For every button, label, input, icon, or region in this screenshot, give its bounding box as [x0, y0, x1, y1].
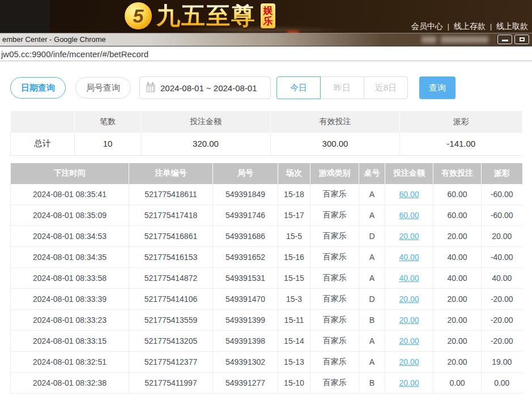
- cell-session: 15-10: [278, 373, 310, 394]
- browser-title-bar: ember Center - Google Chrome: [0, 33, 532, 46]
- cell-bet_time: 2024-08-01 08:34:53: [11, 226, 129, 247]
- table-row: 2024-08-01 08:35:41521775418611549391849…: [11, 184, 522, 205]
- nav-online-withdraw[interactable]: 线上取款: [496, 22, 528, 32]
- cell-valid_bet: 20.00: [433, 226, 482, 247]
- page-content: 日期查询 局号查询 2024-08-01 ~ 2024-08-01 今日 昨日 …: [0, 61, 532, 394]
- cell-bet_amount: 20.00: [385, 373, 433, 394]
- cell-payout: -20.00: [482, 289, 522, 310]
- minimize-button[interactable]: [497, 35, 512, 44]
- round-query-tab[interactable]: 局号查询: [75, 77, 131, 99]
- cell-payout: 20.00: [482, 226, 522, 247]
- cell-bet_amount: 20.00: [385, 352, 433, 373]
- cell-valid_bet: 0.00: [433, 373, 482, 394]
- bet-amount-link[interactable]: 20.00: [399, 378, 419, 387]
- cell-bet_id: 521775412377: [129, 352, 213, 373]
- quick-yesterday-button[interactable]: 昨日: [320, 76, 364, 99]
- cell-bet_time: 2024-08-01 08:35:41: [11, 184, 129, 205]
- summary-count-value: 10: [75, 133, 141, 155]
- quick-today-button[interactable]: 今日: [276, 76, 321, 99]
- cell-bet_id: 521775418611: [129, 184, 213, 205]
- cell-bet_id: 521775414106: [129, 289, 213, 310]
- cell-table_id: A: [359, 184, 385, 205]
- summary-header-blank: [11, 111, 75, 133]
- table-row: 2024-08-01 08:33:58521775414872549391531…: [11, 268, 522, 289]
- url-text: jw05.cc:9900/infe/mcenter/#/betRecord: [0, 49, 148, 59]
- cell-game_type: 百家乐: [310, 331, 359, 352]
- cell-payout: 40.00: [482, 268, 522, 289]
- logo-title: 九五至尊: [156, 4, 256, 28]
- cell-session: 15-14: [278, 331, 310, 352]
- bet-amount-link[interactable]: 20.00: [399, 232, 419, 241]
- cell-game_type: 百家乐: [310, 205, 359, 226]
- cell-table_id: A: [359, 331, 385, 352]
- cell-bet_amount: 20.00: [385, 289, 433, 310]
- records-table: 下注时间 注单编号 局号 场次 游戏类别 桌号 投注金额 有效投注 派彩 202…: [10, 163, 522, 394]
- cell-bet_amount: 20.00: [385, 331, 433, 352]
- cell-table_id: B: [359, 373, 385, 394]
- cell-bet_time: 2024-08-01 08:33:23: [11, 310, 129, 331]
- cell-bet_id: 521775417418: [129, 205, 213, 226]
- col-session: 场次: [278, 163, 310, 184]
- date-range-picker[interactable]: 2024-08-01 ~ 2024-08-01: [139, 76, 271, 99]
- cell-payout: 19.00: [482, 352, 522, 373]
- cell-game_type: 百家乐: [310, 373, 359, 394]
- logo-5-icon: 5: [125, 2, 152, 29]
- date-query-tab[interactable]: 日期查询: [10, 77, 66, 99]
- maximize-button[interactable]: [514, 35, 529, 44]
- bet-amount-link[interactable]: 20.00: [399, 295, 419, 304]
- summary-header-payout: 派彩: [400, 111, 522, 133]
- table-row: 2024-08-01 08:33:15521775413205549391398…: [11, 331, 522, 352]
- cell-payout: -20.00: [482, 331, 522, 352]
- search-button[interactable]: 查询: [419, 76, 456, 99]
- cell-round_id: 549391746: [213, 205, 278, 226]
- cell-session: 15-5: [278, 226, 310, 247]
- site-logo: 5 九五至尊 娱乐: [125, 2, 275, 29]
- minimize-icon: [502, 40, 508, 41]
- blurred-account-value: [441, 36, 488, 43]
- bet-amount-link[interactable]: 60.00: [399, 190, 419, 199]
- cell-valid_bet: 40.00: [433, 247, 482, 268]
- cell-bet_time: 2024-08-01 08:33:39: [11, 289, 129, 310]
- cell-session: 15-18: [278, 184, 310, 205]
- cell-table_id: A: [359, 205, 385, 226]
- cell-bet_time: 2024-08-01 08:35:09: [11, 205, 129, 226]
- bet-amount-link[interactable]: 20.00: [399, 315, 419, 325]
- bet-amount-link[interactable]: 40.00: [399, 274, 419, 283]
- summary-total-row: 总计 10 320.00 300.00 -141.00: [11, 133, 522, 155]
- background-window-corner: [0, 0, 50, 33]
- table-row: 2024-08-01 08:34:53521775416861549391686…: [11, 226, 522, 247]
- table-row: 2024-08-01 08:32:38521775411997549391277…: [11, 373, 522, 394]
- cell-table_id: D: [359, 226, 385, 247]
- cell-valid_bet: 20.00: [433, 331, 482, 352]
- cell-bet_id: 521775413205: [129, 331, 213, 352]
- cell-valid_bet: 20.00: [433, 289, 482, 310]
- bet-amount-link[interactable]: 60.00: [399, 211, 419, 220]
- col-bet-amount: 投注金额: [385, 163, 433, 184]
- site-banner: 5 九五至尊 娱乐 会员中心 | 线上存款 | 线上取款: [0, 0, 532, 33]
- cell-session: 15-3: [278, 289, 310, 310]
- cell-bet_amount: 40.00: [385, 268, 433, 289]
- summary-header-valid-bet: 有效投注: [271, 111, 400, 133]
- summary-header-count: 笔数: [75, 111, 141, 133]
- cell-bet_id: 521775416861: [129, 226, 213, 247]
- col-bet-id: 注单编号: [129, 163, 213, 184]
- bet-amount-link[interactable]: 20.00: [399, 357, 419, 366]
- cell-session: 15-17: [278, 205, 310, 226]
- summary-total-label: 总计: [11, 133, 75, 155]
- cell-bet_time: 2024-08-01 08:33:15: [11, 331, 129, 352]
- summary-header-row: 笔数 投注金额 有效投注 派彩: [11, 111, 522, 133]
- cell-game_type: 百家乐: [310, 352, 359, 373]
- bet-amount-link[interactable]: 40.00: [399, 253, 419, 262]
- quick-last8days-button[interactable]: 近8日: [364, 76, 408, 99]
- summary-header-bet-amount: 投注金额: [141, 111, 271, 133]
- bet-amount-link[interactable]: 20.00: [399, 336, 419, 345]
- logo-entertainment-badge: 娱乐: [261, 3, 275, 28]
- nav-online-deposit[interactable]: 线上存款: [454, 22, 486, 32]
- cell-round_id: 549391302: [213, 352, 278, 373]
- records-body: 2024-08-01 08:35:41521775418611549391849…: [11, 184, 522, 394]
- browser-url-bar[interactable]: jw05.cc:9900/infe/mcenter/#/betRecord: [0, 47, 532, 61]
- cell-session: 15-16: [278, 247, 310, 268]
- nav-member-center[interactable]: 会员中心: [411, 22, 443, 32]
- cell-payout: 0.00: [482, 373, 522, 394]
- maximize-icon: [520, 37, 525, 41]
